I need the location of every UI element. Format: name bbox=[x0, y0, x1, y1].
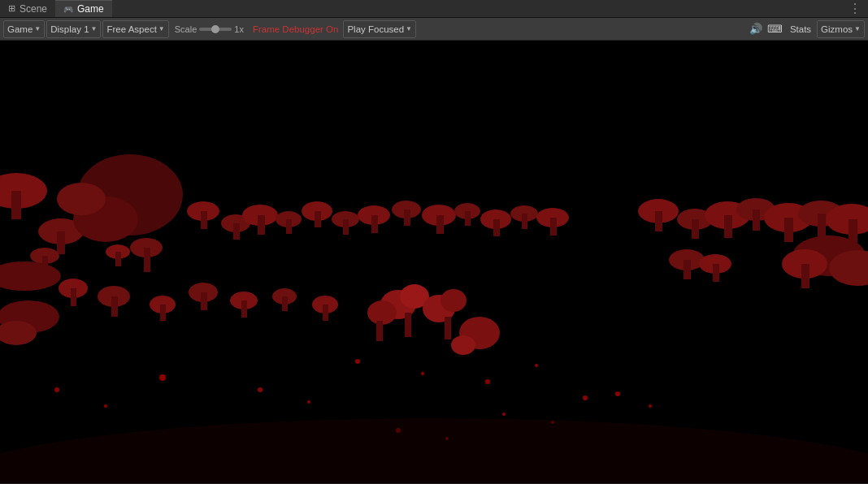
svg-rect-62 bbox=[684, 260, 691, 279]
svg-point-89 bbox=[615, 391, 620, 396]
svg-rect-52 bbox=[784, 218, 793, 242]
toolbar-right-group: 🔊 ⌨ Stats Gizmos ▼ bbox=[747, 20, 865, 38]
svg-point-84 bbox=[502, 413, 506, 416]
svg-rect-22 bbox=[258, 215, 265, 235]
scene-icon: ⊞ bbox=[8, 3, 15, 14]
scale-knob bbox=[211, 25, 219, 33]
svg-rect-94 bbox=[71, 288, 76, 306]
svg-rect-20 bbox=[233, 223, 240, 240]
play-focused-chevron: ▼ bbox=[406, 25, 412, 32]
game-toolbar: Game ▼ Display 1 ▼ Free Aspect ▼ Scale 1… bbox=[0, 18, 868, 41]
svg-rect-100 bbox=[201, 292, 207, 310]
svg-rect-44 bbox=[655, 211, 662, 231]
svg-rect-13 bbox=[115, 252, 121, 266]
svg-point-9 bbox=[57, 183, 106, 215]
tab-scene[interactable]: ⊞ Scene bbox=[0, 0, 55, 17]
scene-content bbox=[0, 41, 868, 483]
svg-rect-54 bbox=[818, 214, 826, 236]
tab-more-button[interactable]: ⋮ bbox=[842, 0, 868, 18]
svg-rect-18 bbox=[201, 211, 207, 229]
svg-point-77 bbox=[355, 359, 360, 364]
svg-rect-32 bbox=[404, 210, 410, 226]
svg-rect-38 bbox=[493, 219, 500, 236]
display-dropdown-label: Display 1 bbox=[50, 24, 89, 34]
svg-rect-50 bbox=[753, 210, 760, 231]
tab-bar: ⊞ Scene 🎮 Game ⋮ bbox=[0, 0, 868, 18]
audio-button[interactable]: 🔊 bbox=[747, 20, 765, 38]
aspect-dropdown[interactable]: Free Aspect ▼ bbox=[102, 20, 168, 38]
svg-rect-64 bbox=[713, 264, 719, 282]
svg-point-79 bbox=[485, 379, 490, 384]
aspect-dropdown-chevron: ▼ bbox=[158, 25, 165, 32]
svg-rect-42 bbox=[550, 218, 557, 236]
frame-debugger-button[interactable]: Frame Debugger On bbox=[250, 24, 341, 34]
svg-rect-70 bbox=[445, 317, 451, 339]
layout-button[interactable]: ⌨ bbox=[766, 20, 784, 38]
svg-rect-106 bbox=[323, 305, 328, 321]
svg-rect-96 bbox=[111, 296, 118, 317]
svg-rect-4 bbox=[57, 231, 65, 254]
game-dropdown[interactable]: Game ▼ bbox=[3, 20, 45, 38]
svg-point-80 bbox=[535, 364, 538, 367]
display-dropdown[interactable]: Display 1 ▼ bbox=[46, 20, 101, 38]
game-viewport bbox=[0, 41, 868, 483]
scale-control: Scale 1x bbox=[171, 20, 248, 38]
display-dropdown-chevron: ▼ bbox=[91, 25, 98, 32]
svg-point-88 bbox=[307, 400, 310, 404]
play-focused-dropdown[interactable]: Play Focused ▼ bbox=[343, 20, 416, 38]
svg-rect-48 bbox=[724, 215, 732, 238]
tab-game[interactable]: 🎮 Game bbox=[55, 0, 112, 17]
game-dropdown-chevron: ▼ bbox=[34, 25, 41, 32]
scale-slider[interactable] bbox=[199, 28, 232, 31]
play-focused-label: Play Focused bbox=[347, 24, 404, 34]
svg-rect-60 bbox=[801, 264, 809, 288]
svg-point-78 bbox=[421, 372, 424, 375]
svg-rect-72 bbox=[376, 321, 383, 341]
svg-rect-102 bbox=[241, 300, 247, 318]
svg-point-86 bbox=[54, 387, 59, 392]
svg-point-74 bbox=[451, 335, 475, 355]
svg-rect-2 bbox=[11, 191, 21, 219]
game-dropdown-label: Game bbox=[7, 24, 33, 34]
scene-tab-label: Scene bbox=[20, 3, 47, 15]
svg-point-75 bbox=[159, 374, 166, 381]
game-tab-label: Game bbox=[77, 3, 104, 15]
svg-rect-36 bbox=[465, 211, 471, 226]
svg-rect-34 bbox=[436, 215, 444, 234]
scale-prefix-label: Scale bbox=[175, 24, 197, 34]
svg-rect-104 bbox=[282, 296, 288, 311]
svg-rect-24 bbox=[286, 219, 292, 234]
svg-point-81 bbox=[583, 395, 588, 400]
svg-point-76 bbox=[258, 387, 263, 392]
svg-rect-40 bbox=[522, 214, 527, 229]
svg-point-90 bbox=[649, 404, 652, 408]
svg-rect-16 bbox=[144, 248, 150, 272]
svg-rect-28 bbox=[343, 219, 349, 235]
svg-point-69 bbox=[441, 289, 467, 312]
svg-rect-26 bbox=[315, 211, 321, 227]
aspect-dropdown-label: Free Aspect bbox=[106, 24, 156, 34]
svg-rect-46 bbox=[692, 219, 699, 239]
gizmos-label: Gizmos bbox=[821, 24, 853, 34]
gizmos-dropdown[interactable]: Gizmos ▼ bbox=[817, 20, 865, 38]
game-icon: 🎮 bbox=[63, 5, 73, 14]
svg-rect-98 bbox=[160, 305, 166, 321]
svg-rect-30 bbox=[371, 215, 378, 233]
stats-button[interactable]: Stats bbox=[786, 20, 815, 38]
svg-point-87 bbox=[104, 404, 107, 408]
svg-rect-67 bbox=[405, 313, 411, 337]
gizmos-chevron: ▼ bbox=[854, 25, 861, 32]
scale-value-label: 1x bbox=[234, 24, 244, 34]
svg-rect-0 bbox=[0, 41, 868, 483]
